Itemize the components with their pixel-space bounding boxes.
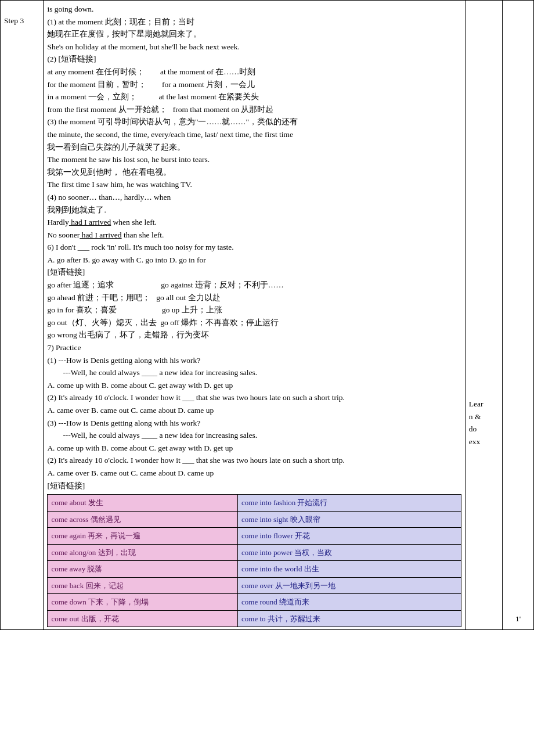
line: for the moment 目前，暂时； for a moment 片刻，一会… — [47, 78, 461, 91]
lesson-table: Step 3 is going down. (1) at the moment … — [0, 0, 534, 630]
line: go wrong 出毛病了，坏了，走错路，行为变坏 — [47, 329, 461, 341]
line: A. came over B. came out C. came about D… — [47, 404, 461, 417]
line: ---Well, he could always ____ a new idea… — [47, 366, 461, 379]
line: 她现在正在度假，按时下星期她就回来了。 — [47, 28, 461, 41]
line: A. go after B. go away with C. go into D… — [47, 254, 461, 267]
line: (2) It's already 10 o'clock. I wonder ho… — [47, 391, 461, 404]
table-row: come away 脱落come into the world 出生 — [48, 561, 461, 578]
main-content-cell: is going down. (1) at the moment 此刻；现在；目… — [44, 1, 465, 630]
line: (2) It's already 10 o'clock. I wonder ho… — [47, 454, 461, 467]
line: in a moment 一会，立刻； at the last moment 在紧… — [47, 91, 461, 103]
line: [短语链接] — [47, 480, 461, 492]
phrase-cell: come across 偶然遇见 — [48, 511, 238, 528]
line: The first time I saw him, he was watchin… — [47, 178, 461, 191]
line: go in for 喜欢；喜爱 go up 上升；上涨 — [47, 304, 461, 316]
line: is going down. — [47, 3, 461, 16]
time-cell: 1' — [502, 1, 533, 630]
notes-cell: Lear n & do exx — [465, 1, 502, 630]
line: ---Well, he could always ____ a new idea… — [47, 429, 461, 442]
table-row: come along/on 达到，出现come into power 当权，当政 — [48, 544, 461, 561]
phrase-cell: come into sight 映入眼帘 — [238, 511, 461, 528]
line: No sooner had I arrived than she left. — [47, 229, 461, 242]
line: The moment he saw his lost son, he burst… — [47, 153, 461, 166]
table-row: come across 偶然遇见come into sight 映入眼帘 — [48, 511, 461, 528]
line: the minute, the second, the time, every/… — [47, 128, 461, 141]
phrase-link-table: come about 发生come into fashion 开始流行 come… — [47, 494, 461, 627]
line: go after 追逐；追求 go against 违背；反对；不利于…… — [47, 279, 461, 291]
line: [短语链接] — [47, 266, 461, 279]
phrase-cell: come into power 当权，当政 — [238, 544, 461, 561]
line: go out（灯、火等）熄灭，出去 go off 爆炸；不再喜欢；停止运行 — [47, 316, 461, 329]
line: (3) ---How is Denis getting along with h… — [47, 417, 461, 430]
line: 我刚到她就走了. — [47, 204, 461, 217]
line: A. came over B. came out C. came about D… — [47, 467, 461, 480]
line: go ahead 前进；干吧；用吧； go all out 全力以赴 — [47, 291, 461, 304]
line: (1) at the moment 此刻；现在；目前；当时 — [47, 16, 461, 28]
table-row: come again 再来，再说一遍come into flower 开花 — [48, 528, 461, 545]
phrase-cell: come about 发生 — [48, 495, 238, 512]
table-row: come down 下来，下降，倒塌come round 绕道而来 — [48, 594, 461, 611]
phrase-cell: come into fashion 开始流行 — [238, 495, 461, 512]
table-row: come about 发生come into fashion 开始流行 — [48, 495, 461, 512]
table-row: come back 回来，记起come over 从一地来到另一地 — [48, 577, 461, 594]
phrase-cell: come back 回来，记起 — [48, 577, 238, 594]
line: A. come up with B. come about C. get awa… — [47, 442, 461, 455]
line: 我第一次见到他时， 他在看电视。 — [47, 166, 461, 179]
step-label: Step 3 — [4, 16, 24, 25]
phrase-cell: come into flower 开花 — [238, 528, 461, 545]
line: at any moment 在任何时候； at the moment of 在…… — [47, 66, 461, 78]
line: from the first moment 从一开始就； from that m… — [47, 103, 461, 116]
phrase-cell: come round 绕道而来 — [238, 594, 461, 611]
line: 我一看到自己失踪的儿子就哭了起来。 — [47, 141, 461, 154]
phrase-cell: come over 从一地来到另一地 — [238, 577, 461, 594]
step-cell: Step 3 — [1, 1, 44, 630]
line: (2) [短语链接] — [47, 53, 461, 66]
line: 7) Practice — [47, 341, 461, 354]
phrase-cell: come along/on 达到，出现 — [48, 544, 238, 561]
line: (4) no sooner… than…, hardly… when — [47, 191, 461, 204]
phrase-cell: come away 脱落 — [48, 561, 238, 578]
phrase-cell: come down 下来，下降，倒塌 — [48, 594, 238, 611]
line: She's on holiday at the moment, but she'… — [47, 41, 461, 53]
table-row: come out 出版，开花come to 共计，苏醒过来 — [48, 610, 461, 627]
notes-text: Lear n & do exx — [469, 3, 499, 448]
line: 6) I don't ___ rock 'in' roll. It's much… — [47, 241, 461, 254]
phrase-cell: come again 再来，再说一遍 — [48, 528, 238, 545]
phrase-cell: come out 出版，开花 — [48, 610, 238, 627]
time-text: 1' — [506, 3, 530, 625]
line: (3) the moment 可引导时间状语从句，意为"一……就……"，类似的还… — [47, 116, 461, 128]
phrase-cell: come into the world 出生 — [238, 561, 461, 578]
line: A. come up with B. come about C. get awa… — [47, 379, 461, 392]
line: Hardly had I arrived when she left. — [47, 216, 461, 229]
line: (1) ---How is Denis getting along with h… — [47, 354, 461, 367]
phrase-cell: come to 共计，苏醒过来 — [238, 610, 461, 627]
